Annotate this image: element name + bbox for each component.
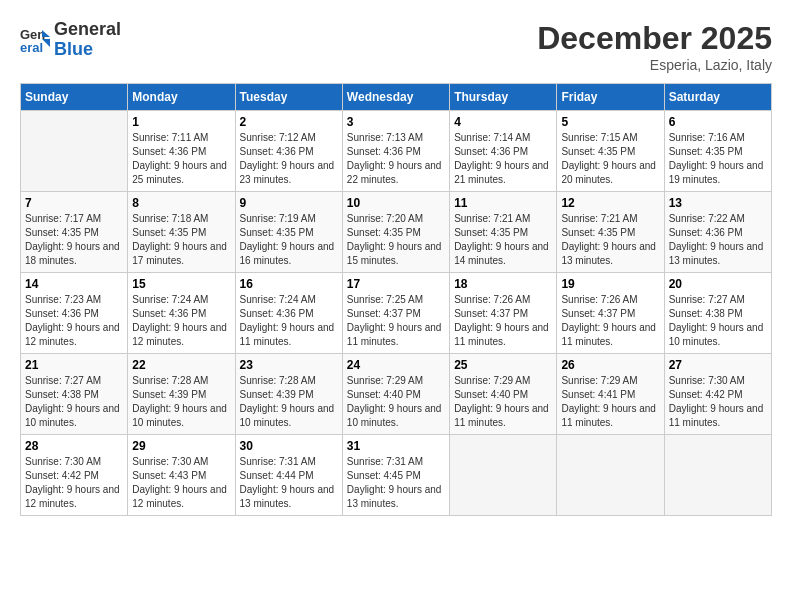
day-number: 12 [561,196,659,210]
day-info: Sunrise: 7:17 AMSunset: 4:35 PMDaylight:… [25,212,123,268]
calendar-cell: 8Sunrise: 7:18 AMSunset: 4:35 PMDaylight… [128,192,235,273]
day-number: 3 [347,115,445,129]
calendar-cell [664,435,771,516]
calendar-week-5: 28Sunrise: 7:30 AMSunset: 4:42 PMDayligh… [21,435,772,516]
day-info: Sunrise: 7:12 AMSunset: 4:36 PMDaylight:… [240,131,338,187]
day-info: Sunrise: 7:24 AMSunset: 4:36 PMDaylight:… [240,293,338,349]
day-info: Sunrise: 7:27 AMSunset: 4:38 PMDaylight:… [25,374,123,430]
day-number: 1 [132,115,230,129]
day-number: 25 [454,358,552,372]
day-info: Sunrise: 7:14 AMSunset: 4:36 PMDaylight:… [454,131,552,187]
calendar-cell: 26Sunrise: 7:29 AMSunset: 4:41 PMDayligh… [557,354,664,435]
logo-text-blue: Blue [54,40,121,60]
day-number: 31 [347,439,445,453]
calendar-header-row: SundayMondayTuesdayWednesdayThursdayFrid… [21,84,772,111]
weekday-header-saturday: Saturday [664,84,771,111]
calendar-cell: 31Sunrise: 7:31 AMSunset: 4:45 PMDayligh… [342,435,449,516]
calendar-cell: 3Sunrise: 7:13 AMSunset: 4:36 PMDaylight… [342,111,449,192]
day-info: Sunrise: 7:31 AMSunset: 4:45 PMDaylight:… [347,455,445,511]
weekday-header-sunday: Sunday [21,84,128,111]
day-info: Sunrise: 7:29 AMSunset: 4:40 PMDaylight:… [454,374,552,430]
day-number: 2 [240,115,338,129]
calendar-cell [557,435,664,516]
calendar-cell: 24Sunrise: 7:29 AMSunset: 4:40 PMDayligh… [342,354,449,435]
day-info: Sunrise: 7:25 AMSunset: 4:37 PMDaylight:… [347,293,445,349]
calendar-cell: 6Sunrise: 7:16 AMSunset: 4:35 PMDaylight… [664,111,771,192]
title-area: December 2025 Esperia, Lazio, Italy [537,20,772,73]
calendar-cell: 28Sunrise: 7:30 AMSunset: 4:42 PMDayligh… [21,435,128,516]
calendar-cell: 16Sunrise: 7:24 AMSunset: 4:36 PMDayligh… [235,273,342,354]
day-info: Sunrise: 7:28 AMSunset: 4:39 PMDaylight:… [240,374,338,430]
day-number: 18 [454,277,552,291]
day-info: Sunrise: 7:20 AMSunset: 4:35 PMDaylight:… [347,212,445,268]
day-number: 6 [669,115,767,129]
day-info: Sunrise: 7:31 AMSunset: 4:44 PMDaylight:… [240,455,338,511]
calendar-cell: 2Sunrise: 7:12 AMSunset: 4:36 PMDaylight… [235,111,342,192]
calendar-cell: 12Sunrise: 7:21 AMSunset: 4:35 PMDayligh… [557,192,664,273]
logo-icon: Gen eral [20,25,50,55]
calendar-week-3: 14Sunrise: 7:23 AMSunset: 4:36 PMDayligh… [21,273,772,354]
calendar-cell: 9Sunrise: 7:19 AMSunset: 4:35 PMDaylight… [235,192,342,273]
calendar-cell: 19Sunrise: 7:26 AMSunset: 4:37 PMDayligh… [557,273,664,354]
day-info: Sunrise: 7:15 AMSunset: 4:35 PMDaylight:… [561,131,659,187]
month-title: December 2025 [537,20,772,57]
day-info: Sunrise: 7:29 AMSunset: 4:40 PMDaylight:… [347,374,445,430]
calendar-cell: 29Sunrise: 7:30 AMSunset: 4:43 PMDayligh… [128,435,235,516]
day-info: Sunrise: 7:26 AMSunset: 4:37 PMDaylight:… [561,293,659,349]
svg-marker-3 [42,39,50,47]
logo-text-general: General [54,20,121,40]
calendar-table: SundayMondayTuesdayWednesdayThursdayFrid… [20,83,772,516]
day-number: 27 [669,358,767,372]
calendar-week-1: 1Sunrise: 7:11 AMSunset: 4:36 PMDaylight… [21,111,772,192]
day-number: 13 [669,196,767,210]
day-info: Sunrise: 7:29 AMSunset: 4:41 PMDaylight:… [561,374,659,430]
calendar-cell: 13Sunrise: 7:22 AMSunset: 4:36 PMDayligh… [664,192,771,273]
day-number: 28 [25,439,123,453]
day-info: Sunrise: 7:24 AMSunset: 4:36 PMDaylight:… [132,293,230,349]
calendar-cell: 11Sunrise: 7:21 AMSunset: 4:35 PMDayligh… [450,192,557,273]
day-info: Sunrise: 7:21 AMSunset: 4:35 PMDaylight:… [561,212,659,268]
day-number: 19 [561,277,659,291]
day-info: Sunrise: 7:27 AMSunset: 4:38 PMDaylight:… [669,293,767,349]
calendar-cell: 21Sunrise: 7:27 AMSunset: 4:38 PMDayligh… [21,354,128,435]
weekday-header-friday: Friday [557,84,664,111]
day-number: 7 [25,196,123,210]
day-number: 9 [240,196,338,210]
day-info: Sunrise: 7:13 AMSunset: 4:36 PMDaylight:… [347,131,445,187]
day-info: Sunrise: 7:22 AMSunset: 4:36 PMDaylight:… [669,212,767,268]
page-header: Gen eral General Blue December 2025 Espe… [20,20,772,73]
weekday-header-wednesday: Wednesday [342,84,449,111]
day-number: 22 [132,358,230,372]
day-number: 23 [240,358,338,372]
calendar-cell: 14Sunrise: 7:23 AMSunset: 4:36 PMDayligh… [21,273,128,354]
day-info: Sunrise: 7:30 AMSunset: 4:42 PMDaylight:… [669,374,767,430]
day-info: Sunrise: 7:19 AMSunset: 4:35 PMDaylight:… [240,212,338,268]
calendar-week-4: 21Sunrise: 7:27 AMSunset: 4:38 PMDayligh… [21,354,772,435]
calendar-cell: 17Sunrise: 7:25 AMSunset: 4:37 PMDayligh… [342,273,449,354]
day-info: Sunrise: 7:26 AMSunset: 4:37 PMDaylight:… [454,293,552,349]
day-number: 15 [132,277,230,291]
calendar-cell: 22Sunrise: 7:28 AMSunset: 4:39 PMDayligh… [128,354,235,435]
location: Esperia, Lazio, Italy [537,57,772,73]
weekday-header-thursday: Thursday [450,84,557,111]
day-number: 26 [561,358,659,372]
day-number: 24 [347,358,445,372]
calendar-cell: 30Sunrise: 7:31 AMSunset: 4:44 PMDayligh… [235,435,342,516]
day-number: 17 [347,277,445,291]
calendar-cell: 23Sunrise: 7:28 AMSunset: 4:39 PMDayligh… [235,354,342,435]
calendar-cell [21,111,128,192]
day-number: 5 [561,115,659,129]
day-number: 10 [347,196,445,210]
weekday-header-tuesday: Tuesday [235,84,342,111]
day-info: Sunrise: 7:30 AMSunset: 4:42 PMDaylight:… [25,455,123,511]
calendar-week-2: 7Sunrise: 7:17 AMSunset: 4:35 PMDaylight… [21,192,772,273]
calendar-cell: 15Sunrise: 7:24 AMSunset: 4:36 PMDayligh… [128,273,235,354]
day-number: 30 [240,439,338,453]
day-info: Sunrise: 7:11 AMSunset: 4:36 PMDaylight:… [132,131,230,187]
day-number: 14 [25,277,123,291]
day-info: Sunrise: 7:30 AMSunset: 4:43 PMDaylight:… [132,455,230,511]
calendar-cell: 27Sunrise: 7:30 AMSunset: 4:42 PMDayligh… [664,354,771,435]
calendar-cell: 20Sunrise: 7:27 AMSunset: 4:38 PMDayligh… [664,273,771,354]
day-number: 4 [454,115,552,129]
calendar-cell: 4Sunrise: 7:14 AMSunset: 4:36 PMDaylight… [450,111,557,192]
